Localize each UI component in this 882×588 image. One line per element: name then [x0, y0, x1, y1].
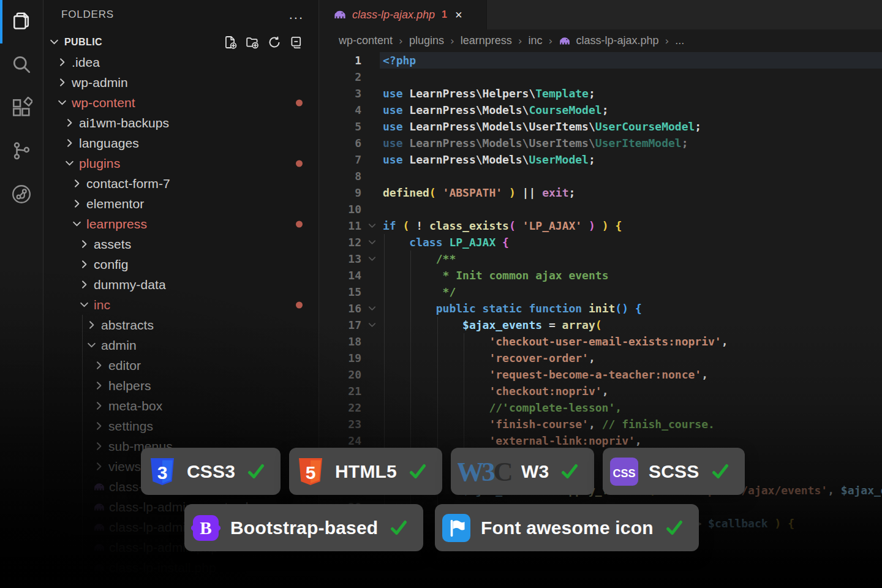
svg-text:W3: W3: [458, 458, 494, 486]
svg-text:CSS: CSS: [612, 467, 635, 480]
check-icon: [247, 462, 265, 481]
scss-icon: CSS: [609, 457, 639, 486]
badge-html5: 5HTML5: [289, 448, 442, 495]
badge-label: SCSS: [649, 461, 699, 482]
badge-label: Bootstrap-based: [230, 518, 378, 538]
svg-text:3: 3: [157, 462, 168, 483]
badge-label: CSS3: [187, 461, 235, 482]
svg-text:C: C: [493, 458, 511, 486]
badge-bootstrap-based: BBootstrap-based: [184, 504, 423, 551]
w3c-icon: W3C: [458, 457, 511, 486]
check-icon: [409, 462, 427, 481]
badge-font-awesome-icon: Font awesome icon: [435, 504, 699, 551]
badge-label: HTML5: [335, 461, 397, 482]
badge-css3: 3CSS3: [141, 448, 281, 495]
bootstrap-icon: B: [191, 513, 221, 543]
html5-icon: 5: [296, 457, 325, 486]
check-icon: [560, 462, 579, 481]
svg-text:5: 5: [306, 462, 316, 483]
feature-badges: 3CSS35HTML5W3CW3CSSSCSSBBootstrap-basedF…: [0, 0, 882, 588]
badge-w3: W3CW3: [451, 448, 594, 495]
css3-icon: 3: [148, 457, 177, 486]
font-awesome-icon: [442, 513, 471, 543]
badge-label: Font awesome icon: [481, 518, 654, 538]
badge-scss: CSSSCSS: [603, 448, 745, 495]
check-icon: [390, 519, 408, 537]
check-icon: [665, 519, 684, 537]
svg-text:B: B: [200, 518, 211, 538]
badge-label: W3: [521, 461, 549, 482]
check-icon: [711, 462, 729, 481]
